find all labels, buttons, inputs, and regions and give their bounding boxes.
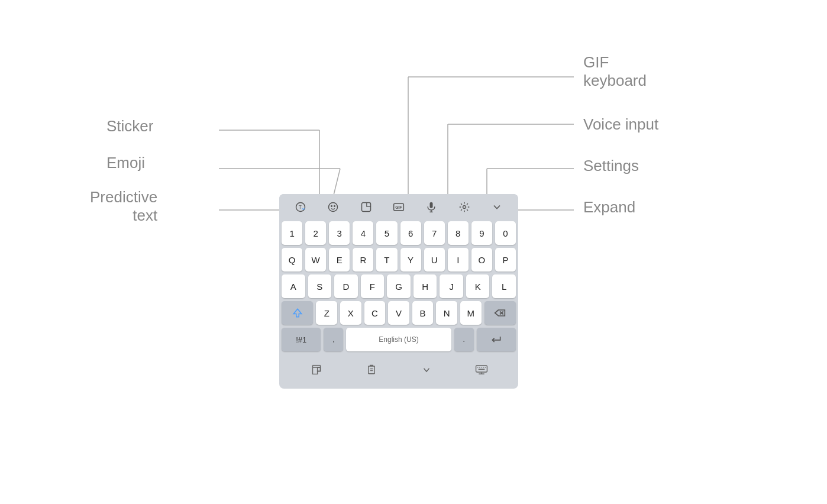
key-1[interactable]: 1 xyxy=(282,221,302,245)
key-t[interactable]: T xyxy=(376,248,397,272)
key-3[interactable]: 3 xyxy=(329,221,350,245)
key-y[interactable]: Y xyxy=(400,248,421,272)
nav-bar xyxy=(279,356,518,384)
svg-rect-17 xyxy=(361,203,370,212)
key-x[interactable]: X xyxy=(340,301,361,325)
gif-keyboard-label: GIFkeyboard xyxy=(583,53,647,90)
voice-input-label: Voice input xyxy=(583,115,658,134)
shift-key[interactable] xyxy=(282,301,313,325)
bottom-row: !#1 , English (US) . xyxy=(282,328,516,351)
key-a[interactable]: A xyxy=(282,274,305,298)
paste-nav-icon[interactable] xyxy=(307,360,326,379)
emoji-icon[interactable] xyxy=(324,198,343,217)
key-h[interactable]: H xyxy=(414,274,437,298)
enter-key[interactable] xyxy=(477,328,516,351)
key-b[interactable]: B xyxy=(412,301,434,325)
key-c[interactable]: C xyxy=(364,301,386,325)
settings-icon[interactable] xyxy=(455,198,474,217)
key-n[interactable]: N xyxy=(436,301,457,325)
key-s[interactable]: S xyxy=(308,274,332,298)
svg-point-16 xyxy=(334,206,335,207)
asdf-row: A S D F G H J K L xyxy=(282,274,516,298)
svg-point-15 xyxy=(331,206,332,207)
svg-text:GIF: GIF xyxy=(395,205,402,209)
key-z[interactable]: Z xyxy=(316,301,337,325)
period-key[interactable]: . xyxy=(454,328,474,351)
predictive-text-label: Predictivetext xyxy=(90,188,157,225)
sticker-label: Sticker xyxy=(106,117,153,135)
qwerty-row: Q W E R T Y U I O P xyxy=(282,248,516,272)
spacebar[interactable]: English (US) xyxy=(346,328,451,351)
comma-key[interactable]: , xyxy=(324,328,343,351)
key-7[interactable]: 7 xyxy=(424,221,445,245)
expand-icon[interactable] xyxy=(487,198,506,217)
zxcv-row: Z X C V B N M xyxy=(282,301,516,325)
key-w[interactable]: W xyxy=(305,248,326,272)
key-i[interactable]: I xyxy=(448,248,469,272)
emoji-label: Emoji xyxy=(106,154,145,172)
keyboard: T GIF xyxy=(279,194,518,389)
key-r[interactable]: R xyxy=(353,248,373,272)
key-u[interactable]: U xyxy=(424,248,445,272)
key-2[interactable]: 2 xyxy=(305,221,326,245)
number-row: 1 2 3 4 5 6 7 8 9 0 xyxy=(282,221,516,245)
settings-label: Settings xyxy=(583,157,639,175)
key-j[interactable]: J xyxy=(440,274,463,298)
keyboard-hide-nav-icon[interactable] xyxy=(472,360,491,379)
key-g[interactable]: G xyxy=(387,274,411,298)
gif-icon[interactable]: GIF xyxy=(389,198,408,217)
keyboard-toolbar: T GIF xyxy=(279,194,518,220)
voice-input-icon[interactable] xyxy=(422,198,441,217)
key-5[interactable]: 5 xyxy=(376,221,397,245)
key-6[interactable]: 6 xyxy=(400,221,421,245)
svg-rect-20 xyxy=(430,202,433,208)
key-o[interactable]: O xyxy=(471,248,492,272)
numeric-key[interactable]: !#1 xyxy=(282,328,321,351)
svg-point-14 xyxy=(329,203,338,212)
key-d[interactable]: D xyxy=(334,274,358,298)
clipboard-nav-icon[interactable] xyxy=(362,360,381,379)
key-p[interactable]: P xyxy=(495,248,516,272)
key-8[interactable]: 8 xyxy=(448,221,469,245)
key-9[interactable]: 9 xyxy=(471,221,492,245)
key-area: 1 2 3 4 5 6 7 8 9 0 Q W E R T Y U I O P … xyxy=(279,220,518,356)
svg-text:T: T xyxy=(298,204,301,210)
key-4[interactable]: 4 xyxy=(353,221,373,245)
sticker-icon[interactable] xyxy=(357,198,376,217)
backspace-key[interactable] xyxy=(484,301,516,325)
arrow-down-nav-icon[interactable] xyxy=(417,360,436,379)
predictive-text-icon[interactable]: T xyxy=(291,198,310,217)
expand-label: Expand xyxy=(583,198,635,217)
key-k[interactable]: K xyxy=(466,274,490,298)
svg-point-23 xyxy=(463,206,466,209)
key-m[interactable]: M xyxy=(460,301,482,325)
svg-rect-29 xyxy=(368,366,374,374)
key-q[interactable]: Q xyxy=(282,248,302,272)
key-e[interactable]: E xyxy=(329,248,350,272)
key-v[interactable]: V xyxy=(388,301,409,325)
key-0[interactable]: 0 xyxy=(495,221,516,245)
key-f[interactable]: F xyxy=(361,274,385,298)
key-l[interactable]: L xyxy=(492,274,516,298)
